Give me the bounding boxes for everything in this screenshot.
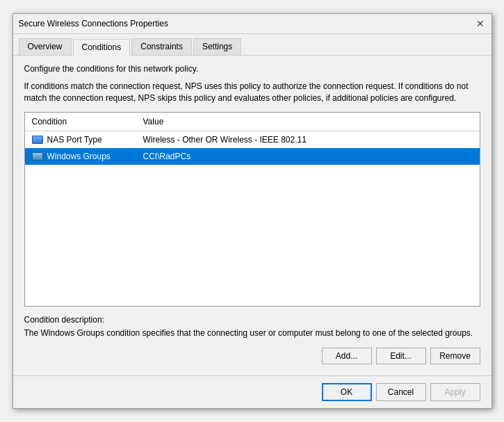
ok-button[interactable]: OK [322, 383, 372, 401]
column-condition: Condition [25, 115, 136, 129]
policy-description: Configure the conditions for this networ… [24, 64, 480, 74]
condition-description-area: Condition description: The Windows Group… [24, 315, 480, 339]
tabs-container: Overview Conditions Constraints Settings [13, 34, 491, 55]
condition-desc-text: The Windows Groups condition specifies t… [24, 327, 480, 339]
cancel-button[interactable]: Cancel [376, 383, 426, 401]
tab-constraints[interactable]: Constraints [131, 38, 192, 55]
dialog-window: Secure Wireless Connections Properties ✕… [13, 13, 492, 409]
cell-condition-wingroups: Windows Groups [25, 150, 136, 163]
title-bar: Secure Wireless Connections Properties ✕ [13, 14, 491, 34]
nas-port-icon [32, 136, 43, 144]
add-button[interactable]: Add... [322, 348, 372, 364]
tab-settings[interactable]: Settings [193, 38, 241, 55]
tab-conditions[interactable]: Conditions [73, 39, 131, 56]
close-button[interactable]: ✕ [475, 18, 486, 29]
table-header: Condition Value [25, 113, 480, 131]
edit-button[interactable]: Edit... [376, 348, 426, 364]
info-text: If conditions match the connection reque… [24, 81, 480, 104]
apply-button[interactable]: Apply [430, 383, 480, 401]
cell-value-nas: Wireless - Other OR Wireless - IEEE 802.… [136, 133, 314, 146]
title-bar-text: Secure Wireless Connections Properties [19, 19, 168, 29]
cell-condition-nas: NAS Port Type [25, 133, 136, 146]
table-body: NAS Port Type Wireless - Other OR Wirele… [25, 131, 480, 305]
conditions-table: Condition Value NAS Port Type Wireless -… [24, 112, 480, 307]
condition-desc-label: Condition description: [24, 315, 480, 325]
cell-value-wingroups: CCI\RadPCs [136, 150, 198, 163]
table-row[interactable]: Windows Groups CCI\RadPCs [25, 148, 480, 165]
windows-groups-icon [32, 152, 43, 161]
tab-content: Configure the conditions for this networ… [13, 55, 491, 375]
remove-button[interactable]: Remove [430, 348, 480, 364]
column-value: Value [136, 115, 171, 129]
action-buttons: Add... Edit... Remove [24, 348, 480, 367]
bottom-buttons: OK Cancel Apply [13, 375, 491, 408]
tab-overview[interactable]: Overview [19, 38, 72, 55]
table-row[interactable]: NAS Port Type Wireless - Other OR Wirele… [25, 131, 480, 148]
